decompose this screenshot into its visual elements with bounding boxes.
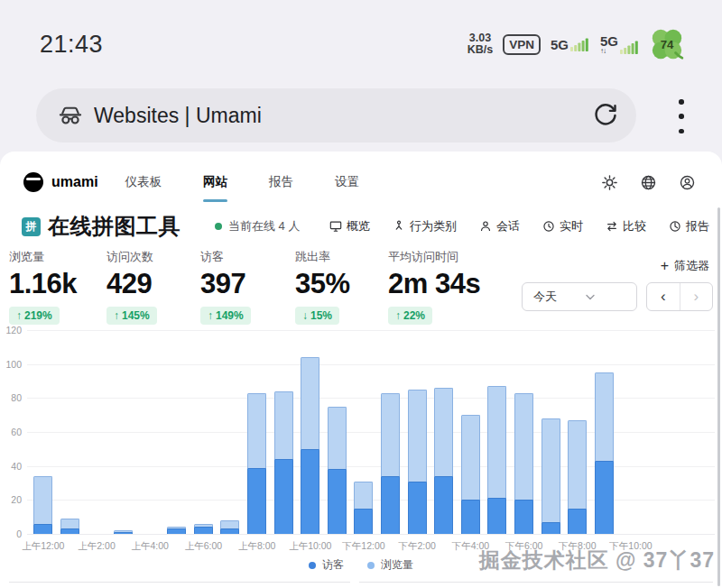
bar-slot [564, 323, 591, 534]
metric-change-badge: ↓15% [295, 307, 339, 325]
y-axis-tick: 20 [0, 494, 22, 505]
visitors-bar [167, 528, 186, 534]
nav-item-websites[interactable]: 网站 [203, 174, 227, 190]
y-axis-tick: 0 [0, 528, 22, 539]
visitors-bar [194, 527, 213, 534]
data-arrows-icon: ↑↓ [600, 48, 618, 54]
x-axis-tick: 上午12:00 [22, 540, 64, 553]
next-period-button[interactable]: › [680, 283, 713, 310]
visitors-bar [328, 469, 347, 534]
traffic-chart: 120100806040200上午12:00上午2:00上午4:00上午6:00… [0, 323, 722, 554]
tab-reports[interactable]: 报告 [669, 218, 709, 234]
bar-slot [57, 323, 84, 534]
sessions-icon [479, 220, 492, 233]
metric-change-badge: ↑22% [388, 307, 432, 325]
overview-icon [329, 220, 342, 233]
site-tabs: 概览行为类别会话实时比较报告 [329, 218, 709, 234]
y-axis-tick: 80 [0, 392, 22, 403]
legend-item-pageviews[interactable]: 浏览量 [367, 557, 413, 573]
brand-name[interactable]: umami [51, 174, 98, 190]
legend-dot-icon [367, 562, 375, 569]
active-users-label: 当前在线 4 人 [228, 218, 300, 234]
umami-logo-icon[interactable] [23, 172, 43, 192]
metric-change-badge: ↑149% [200, 307, 251, 325]
language-globe-icon[interactable] [641, 175, 656, 190]
bar-slot [537, 323, 564, 534]
tab-label: 会话 [496, 218, 520, 234]
status-clock: 21:43 [40, 31, 103, 59]
site-favicon: 拼 [22, 217, 41, 236]
tab-overview[interactable]: 概览 [329, 218, 370, 234]
legend-label: 访客 [322, 557, 344, 573]
bar-slot [350, 323, 377, 534]
metric-3: 访客397↑149% [200, 249, 251, 325]
browser-menu-button[interactable] [679, 99, 684, 133]
x-axis-tick: 上午2:00 [78, 540, 115, 553]
bar-slot [377, 323, 404, 534]
visitors-bar [461, 500, 480, 534]
bar-slot [403, 323, 430, 534]
sim1-signal: 5G [551, 37, 590, 51]
nav-item-settings[interactable]: 设置 [335, 174, 359, 190]
x-axis-tick: 下午12:00 [342, 540, 384, 553]
arrow-up-icon: ↑ [114, 309, 119, 322]
date-range-select[interactable]: 今天 [522, 282, 637, 311]
x-axis-tick: 下午2:00 [398, 540, 435, 553]
signal-bars-icon [570, 37, 590, 51]
scrollbar[interactable] [717, 207, 720, 586]
reports-icon [669, 220, 681, 233]
arrow-up-icon: ↑ [208, 309, 213, 322]
tab-label: 报告 [686, 218, 709, 234]
metric-5: 平均访问时间2m 34s↑22% [388, 249, 480, 325]
battery-clover-icon: 74 [650, 27, 684, 61]
reload-button[interactable] [593, 103, 618, 128]
incognito-icon [58, 105, 83, 126]
active-users: 当前在线 4 人 [215, 218, 300, 234]
tab-label: 实时 [560, 218, 583, 234]
theme-toggle-icon[interactable] [602, 175, 617, 190]
tab-compare[interactable]: 比较 [606, 218, 646, 234]
visitors-bar [247, 468, 266, 534]
visitors-bar [220, 528, 239, 534]
visitors-bar [114, 532, 133, 534]
x-axis-tick: 上午8:00 [238, 540, 275, 553]
browser-address-row: Websites | Umami [0, 83, 722, 152]
bar-slot [270, 323, 297, 534]
bar-slot [30, 323, 57, 534]
metric-value: 2m 34s [388, 268, 480, 300]
legend-label: 浏览量 [381, 557, 413, 573]
bottom-panel-right [359, 582, 713, 588]
profile-icon[interactable] [680, 175, 695, 190]
metric-label: 访客 [200, 249, 251, 265]
metric-value: 1.16k [9, 268, 77, 300]
site-title: 在线拼图工具 [48, 212, 180, 241]
bar-slot [297, 323, 324, 534]
address-bar[interactable]: Websites | Umami [36, 88, 636, 142]
plus-icon: + [661, 260, 669, 272]
bar-slot [430, 323, 458, 534]
bottom-panel-left [9, 582, 350, 588]
realtime-icon [542, 220, 555, 233]
tab-realtime[interactable]: 实时 [542, 218, 583, 234]
bar-slot [324, 323, 351, 534]
metric-label: 访问次数 [106, 249, 157, 265]
legend-item-visitors[interactable]: 访客 [309, 557, 344, 573]
gridline [27, 534, 715, 535]
add-filter-button[interactable]: + 筛选器 [661, 258, 709, 274]
bar-slot [484, 323, 511, 534]
y-axis-tick: 120 [0, 325, 22, 335]
bar-slot [110, 323, 137, 534]
visitors-bar [381, 476, 400, 534]
pageviews-bar [542, 418, 560, 534]
tab-events[interactable]: 行为类别 [393, 218, 457, 234]
compare-icon [606, 220, 618, 233]
tab-sessions[interactable]: 会话 [479, 218, 520, 234]
date-pager: ‹ › [646, 282, 713, 311]
metric-value: 429 [106, 268, 157, 300]
bar-slot [217, 323, 244, 534]
nav-item-reports[interactable]: 报告 [269, 174, 293, 190]
y-axis-tick: 40 [0, 461, 22, 472]
arrow-up-icon: ↑ [16, 309, 22, 322]
nav-item-dashboard[interactable]: 仪表板 [125, 174, 162, 190]
prev-period-button[interactable]: ‹ [647, 283, 680, 310]
